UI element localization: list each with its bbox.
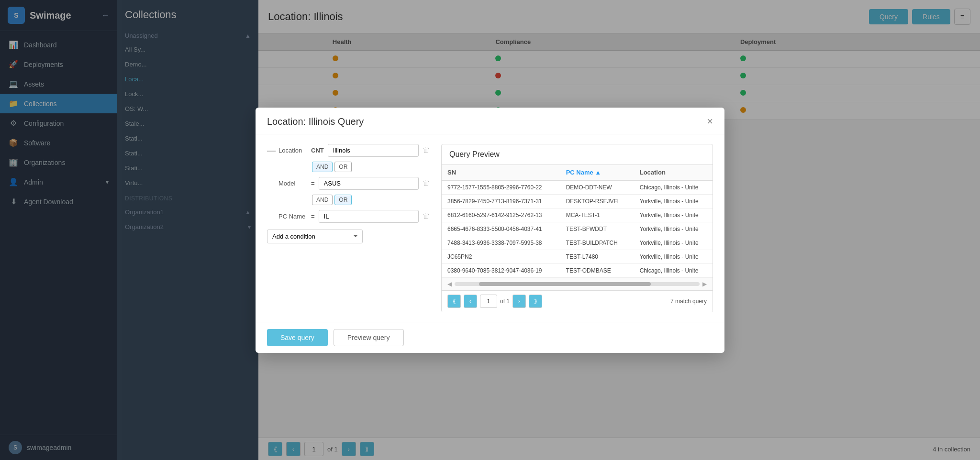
preview-location: Chicago, Illinois - Unite [634,180,713,195]
preview-pcname: DEMO-DDT-NEW [560,180,634,195]
preview-next-page[interactable]: › [512,295,526,308]
preview-scroll[interactable]: SN PC Name ▲ Location 9772-1577-1555-880… [442,165,713,278]
preview-sn: 3856-7829-7450-7713-8196-7371-31 [442,194,560,208]
value-il[interactable] [319,210,419,223]
preview-sn: 6665-4676-8333-5500-0456-4037-41 [442,222,560,236]
scrollbar-track[interactable] [455,282,700,286]
add-condition-wrapper: Add a condition [267,230,430,243]
preview-prev-page[interactable]: ‹ [464,295,477,308]
modal-body: Location CNT 🗑 AND OR Model [256,134,724,322]
modal-footer: Save query Preview query [256,322,724,353]
logic-buttons [267,145,276,152]
preview-location: Yorkville, Illinois - Unite [634,250,713,263]
scroll-right-icon[interactable]: ▶ [702,281,707,287]
and-button-2[interactable]: AND [312,195,333,205]
preview-table-row: 3856-7829-7450-7713-8196-7371-31 DESKTOP… [442,194,713,208]
preview-location: Yorkville, Illinois - Unite [634,194,713,208]
preview-table-row: 7488-3413-6936-3338-7097-5995-38 TEST-BU… [442,236,713,250]
modal-overlay[interactable]: Location: Illinois Query × [0,0,980,460]
preview-pcname: TEST-L7480 [560,250,634,263]
preview-location: Chicago, Illinois - Unite [634,263,713,277]
scroll-left-icon[interactable]: ◀ [447,281,452,287]
query-preview-panel: Query Preview SN PC Name ▲ Location [441,144,713,312]
preview-location: Yorkville, Illinois - Unite [634,236,713,250]
op-eq-2: = [311,213,315,220]
field-model: Model [278,180,307,187]
preview-pcname: TEST-BUILDPATCH [560,236,634,250]
or-button[interactable]: OR [334,162,352,172]
preview-of-text: of 1 [500,298,510,305]
horizontal-scrollbar[interactable]: ◀ ▶ [442,278,713,290]
op-cnt: CNT [311,147,324,154]
preview-footer: ⟪ ‹ of 1 › ⟫ 7 match query [442,290,713,312]
modal-title: Location: Illinois Query [267,116,364,127]
preview-table-row: 6665-4676-8333-5500-0456-4037-41 TEST-BF… [442,222,713,236]
condition-row-pcname: PC Name = 🗑 [278,210,430,223]
preview-sn: 0380-9640-7085-3812-9047-4036-19 [442,263,560,277]
preview-table-row: 6812-6160-5297-6142-9125-2762-13 MCA-TES… [442,208,713,222]
preview-pcname: TEST-ODMBASE [560,263,634,277]
preview-sn: JC65PN2 [442,250,560,263]
save-query-button[interactable]: Save query [267,329,328,346]
value-asus[interactable] [319,177,419,190]
preview-page-input[interactable] [480,295,497,308]
bracket-top [267,151,276,152]
sort-up-icon: ▲ [595,169,601,176]
op-eq-1: = [311,180,315,187]
delete-condition-1[interactable]: 🗑 [423,179,430,187]
add-condition-select[interactable]: Add a condition [267,230,363,243]
delete-condition-2[interactable]: 🗑 [423,212,430,220]
preview-pcname: DESKTOP-RSEJVFL [560,194,634,208]
preview-col-pcname: PC Name ▲ [560,165,634,180]
and-button[interactable]: AND [312,162,333,172]
or-button-2[interactable]: OR [334,195,352,205]
field-location: Location [278,147,307,154]
field-pcname: PC Name [278,213,307,220]
query-modal: Location: Illinois Query × [256,108,724,353]
query-builder: Location CNT 🗑 AND OR Model [267,144,430,312]
preview-table-row: 0380-9640-7085-3812-9047-4036-19 TEST-OD… [442,263,713,277]
modal-header: Location: Illinois Query × [256,108,724,134]
preview-pcname: MCA-TEST-1 [560,208,634,222]
preview-location: Yorkville, Illinois - Unite [634,222,713,236]
preview-table: SN PC Name ▲ Location 9772-1577-1555-880… [442,165,713,278]
preview-query-button[interactable]: Preview query [334,329,404,346]
scrollbar-thumb[interactable] [479,282,650,286]
conditions-list: Location CNT 🗑 AND OR Model [278,144,430,223]
condition-row-location: Location CNT 🗑 [278,144,430,157]
query-preview-header: Query Preview [442,144,713,165]
preview-pcname: TEST-BFWDDT [560,222,634,236]
preview-table-row: JC65PN2 TEST-L7480 Yorkville, Illinois -… [442,250,713,263]
condition-row-model: Model = 🗑 [278,177,430,190]
preview-match-count: 7 match query [670,298,707,305]
logic-row: AND OR [312,162,430,172]
preview-location: Yorkville, Illinois - Unite [634,208,713,222]
value-illinois[interactable] [328,144,419,157]
modal-close-button[interactable]: × [707,116,713,127]
preview-sn: 9772-1577-1555-8805-2996-7760-22 [442,180,560,195]
preview-col-location: Location [634,165,713,180]
preview-col-sn: SN [442,165,560,180]
preview-sn: 7488-3413-6936-3338-7097-5995-38 [442,236,560,250]
preview-first-page[interactable]: ⟪ [447,295,461,308]
preview-table-row: 9772-1577-1555-8805-2996-7760-22 DEMO-DD… [442,180,713,195]
logic-bracket [267,144,276,152]
delete-condition-0[interactable]: 🗑 [423,146,430,154]
logic-row-2: AND OR [312,195,430,205]
preview-last-page[interactable]: ⟫ [529,295,542,308]
preview-sn: 6812-6160-5297-6142-9125-2762-13 [442,208,560,222]
condition-block: Location CNT 🗑 AND OR Model [267,144,430,223]
